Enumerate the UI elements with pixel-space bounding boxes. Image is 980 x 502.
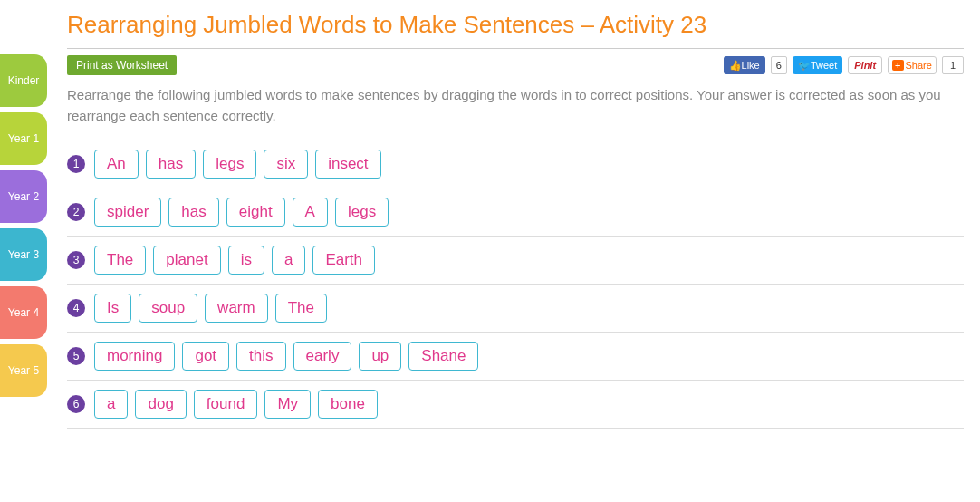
draggable-word[interactable]: morning bbox=[94, 342, 175, 371]
draggable-word[interactable]: Earth bbox=[312, 246, 375, 275]
draggable-word[interactable]: A bbox=[293, 198, 328, 227]
draggable-word[interactable]: The bbox=[275, 294, 327, 323]
word-container: IssoupwarmThe bbox=[94, 294, 327, 323]
word-container: Anhaslegssixinsect bbox=[94, 150, 381, 179]
question-row: 1Anhaslegssixinsect bbox=[67, 140, 964, 188]
draggable-word[interactable]: a bbox=[272, 246, 305, 275]
divider bbox=[67, 48, 964, 49]
pinit-button[interactable]: Pinit bbox=[848, 56, 882, 74]
draggable-word[interactable]: is bbox=[228, 246, 264, 275]
draggable-word[interactable]: insect bbox=[315, 150, 380, 179]
year-tab-2[interactable]: Year 2 bbox=[0, 170, 47, 223]
year-tab-kinder[interactable]: Kinder bbox=[0, 54, 47, 107]
questions-list: 1Anhaslegssixinsect2spiderhaseightAlegs3… bbox=[67, 140, 964, 429]
draggable-word[interactable]: has bbox=[168, 198, 218, 227]
question-row: 3TheplanetisaEarth bbox=[67, 237, 964, 285]
draggable-word[interactable]: up bbox=[359, 342, 401, 371]
draggable-word[interactable]: got bbox=[182, 342, 229, 371]
question-number: 5 bbox=[67, 347, 85, 365]
draggable-word[interactable]: Shane bbox=[408, 342, 478, 371]
year-tab-3[interactable]: Year 3 bbox=[0, 228, 47, 281]
main-content: Rearranging Jumbled Words to Make Senten… bbox=[67, 0, 980, 429]
draggable-word[interactable]: eight bbox=[226, 198, 285, 227]
question-row: 5morninggotthisearlyupShane bbox=[67, 333, 964, 381]
tweet-label: Tweet bbox=[811, 60, 837, 71]
share-label: Share bbox=[906, 60, 932, 71]
share-plus-icon: + bbox=[892, 60, 903, 71]
social-buttons: 👍 Like 6 🐦 Tweet Pinit +Share 1 bbox=[724, 56, 964, 74]
print-worksheet-button[interactable]: Print as Worksheet bbox=[67, 55, 177, 75]
draggable-word[interactable]: early bbox=[293, 342, 352, 371]
draggable-word[interactable]: legs bbox=[335, 198, 389, 227]
draggable-word[interactable]: six bbox=[264, 150, 308, 179]
year-sidebar: Kinder Year 1 Year 2 Year 3 Year 4 Year … bbox=[0, 54, 47, 402]
draggable-word[interactable]: My bbox=[264, 390, 311, 419]
draggable-word[interactable]: found bbox=[194, 390, 258, 419]
question-row: 2spiderhaseightAlegs bbox=[67, 188, 964, 237]
year-tab-4[interactable]: Year 4 bbox=[0, 286, 47, 339]
draggable-word[interactable]: a bbox=[94, 390, 128, 419]
question-number: 3 bbox=[67, 251, 85, 269]
page-title: Rearranging Jumbled Words to Make Senten… bbox=[67, 0, 964, 48]
fb-like-label: Like bbox=[742, 60, 760, 71]
toolbar: Print as Worksheet 👍 Like 6 🐦 Tweet Pini… bbox=[67, 53, 964, 78]
draggable-word[interactable]: has bbox=[146, 150, 196, 179]
draggable-word[interactable]: dog bbox=[135, 390, 186, 419]
draggable-word[interactable]: An bbox=[94, 150, 139, 179]
question-number: 4 bbox=[67, 299, 85, 317]
draggable-word[interactable]: spider bbox=[94, 198, 161, 227]
question-number: 6 bbox=[67, 395, 85, 413]
facebook-like-count: 6 bbox=[771, 56, 787, 74]
word-container: TheplanetisaEarth bbox=[94, 246, 375, 275]
question-row: 6adogfoundMybone bbox=[67, 381, 964, 429]
draggable-word[interactable]: warm bbox=[205, 294, 268, 323]
draggable-word[interactable]: planet bbox=[153, 246, 220, 275]
draggable-word[interactable]: legs bbox=[203, 150, 256, 179]
word-container: morninggotthisearlyupShane bbox=[94, 342, 478, 371]
question-number: 1 bbox=[67, 155, 85, 173]
draggable-word[interactable]: The bbox=[94, 246, 146, 275]
question-number: 2 bbox=[67, 203, 85, 221]
question-row: 4IssoupwarmThe bbox=[67, 285, 964, 333]
facebook-like-button[interactable]: 👍 Like bbox=[724, 56, 765, 74]
word-container: adogfoundMybone bbox=[94, 390, 378, 419]
share-button[interactable]: +Share bbox=[888, 56, 937, 74]
year-tab-5[interactable]: Year 5 bbox=[0, 344, 47, 397]
tweet-button[interactable]: 🐦 Tweet bbox=[793, 56, 842, 74]
share-count: 1 bbox=[942, 56, 964, 74]
word-container: spiderhaseightAlegs bbox=[94, 198, 389, 227]
draggable-word[interactable]: this bbox=[236, 342, 285, 371]
instructions-text: Rearrange the following jumbled words to… bbox=[67, 85, 964, 126]
draggable-word[interactable]: Is bbox=[94, 294, 131, 323]
year-tab-1[interactable]: Year 1 bbox=[0, 112, 47, 165]
draggable-word[interactable]: soup bbox=[139, 294, 197, 323]
draggable-word[interactable]: bone bbox=[318, 390, 378, 419]
